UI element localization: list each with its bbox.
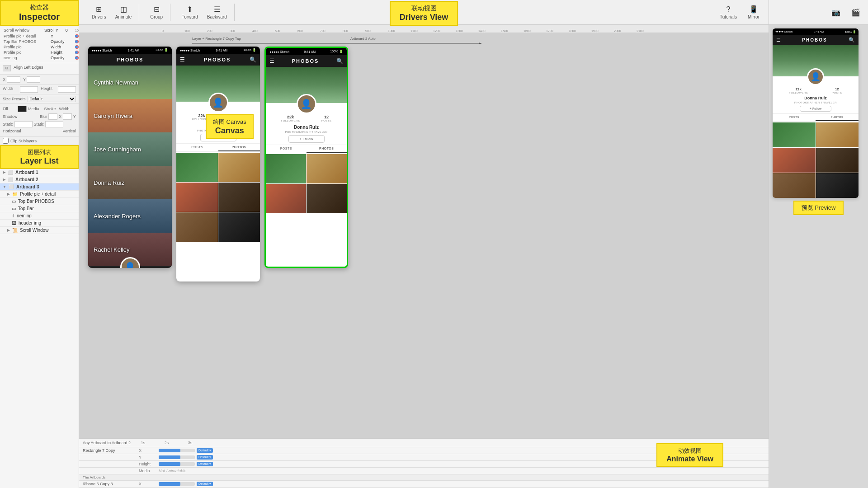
canvas-area[interactable]: 绘图 Canvas Canvas Layer + Rectangle 7 Cop… — [79, 33, 769, 438]
follow-btn-3[interactable]: + Follow — [288, 135, 325, 143]
tutorials-label: Tutorials — [720, 14, 737, 19]
tab-posts-3[interactable]: POSTS — [266, 145, 307, 153]
layer-artboard-2[interactable]: ▶ ⬜ Artboard 2 — [0, 176, 79, 183]
preview-photo-2 — [816, 122, 859, 147]
drivers-view-label: 联动视图 Drivers View — [390, 1, 458, 26]
backward-btn-label: Backward — [207, 14, 227, 19]
group-icon: ⊟ — [151, 5, 161, 14]
scroll-prop-name-5: Height — [51, 50, 73, 55]
neming-label: neming — [17, 213, 32, 218]
layer-artboard-1[interactable]: ▶ ⬜ Artboard 1 — [0, 169, 79, 176]
phone-1: ●●●●● Sketch 9:41 AM 100% 🔋 PHOBOS Cynth… — [88, 47, 172, 268]
scroll-prop-row-4: Profile pic Width — [4, 45, 75, 49]
photo-1-3 — [266, 154, 306, 183]
tutorials-icon: ? — [723, 5, 733, 14]
layer-icon-3: T — [12, 213, 14, 218]
artboard-icon-3: ⬜ — [9, 184, 14, 189]
photo-1-2 — [176, 153, 218, 182]
fill-swatch[interactable] — [18, 106, 27, 112]
triangle-icon-1: ▶ — [3, 170, 5, 174]
clip-sublayers-checkbox[interactable] — [3, 138, 9, 144]
preview-photo-1 — [773, 122, 816, 147]
drivers-view-en: Drivers View — [400, 13, 448, 22]
layer-top-bar[interactable]: ▭ Top Bar — [0, 205, 79, 212]
mirror-label: Mirror — [748, 14, 760, 19]
stats-3: 22k FOLLOWERS 12 POSTS — [266, 113, 347, 125]
static-y-input[interactable] — [45, 121, 63, 127]
blur-y-input[interactable] — [63, 113, 72, 120]
list-name-3: Jose Cunningham — [94, 146, 141, 153]
preview-panel: 📷 🎬 ●●●●● Sketch 9:41 AM 100% 🔋 ☰ PHOBOS — [769, 0, 868, 488]
group-btn[interactable]: ⊟ Group — [146, 4, 166, 21]
preview-camera-btn[interactable]: 📷 — [827, 6, 844, 18]
preview-profile: 👤 22k FOLLOWERS 12 POSTS Donna Ruiz — [773, 76, 859, 198]
group-icon-1: 📁 — [12, 192, 18, 197]
preview-photo-5 — [773, 173, 816, 198]
layer-profile-pic-detail[interactable]: ▶ 📁 Profile pic + detail — [0, 191, 79, 198]
blur-x-input[interactable] — [48, 113, 57, 120]
animate-btn[interactable]: ◫ Animate — [112, 4, 136, 21]
preview-title: PHOBOS — [802, 38, 827, 42]
drivers-btn[interactable]: ⊞ Drivers — [88, 4, 110, 21]
layer-icon-1: ▭ — [12, 199, 16, 204]
preview-phone-container: ●●●●● Sketch 9:41 AM 100% 🔋 ☰ PHOBOS 🔍 👤 — [773, 28, 864, 218]
layer-header-img[interactable]: 🖼 header img — [0, 220, 79, 227]
preview-tab-photos[interactable]: PHOTOS — [816, 114, 859, 121]
artboard-3-label: Artboard 3 — [16, 184, 39, 189]
top-toolbar: 联动视图 Drivers View ⊞ Drivers ◫ Animate ⊟ … — [79, 0, 769, 25]
artboard-2-frame: ●●●●● Sketch 9:41 AM 100% 🔋 ☰ PHOBOS 🔍 👤 — [176, 47, 260, 282]
phone-3-profile: 👤 22k FOLLOWERS 12 POSTS Donna Ruiz — [266, 103, 347, 213]
layer-scroll-window[interactable]: ▶ 📜 Scroll Window — [0, 227, 79, 234]
tab-photos-2[interactable]: PHOTOS — [218, 144, 260, 151]
list-item-5[interactable]: Alexander Rogers — [88, 199, 172, 233]
photo-4-2 — [218, 183, 260, 212]
canvas-label: 绘图 Canvas Canvas — [206, 114, 254, 139]
preview-follow-btn[interactable]: + Follow — [800, 106, 831, 112]
preview-video-btn[interactable]: 🎬 — [847, 6, 864, 18]
tab-photos-3[interactable]: PHOTOS — [307, 145, 347, 153]
list-item-1[interactable]: Cynthia Newman — [88, 66, 172, 99]
phone-1-list: Cynthia Newman Carolyn Rivera Jose Cunni… — [88, 66, 172, 266]
app: 检查器 Inspector Scroll Window Scroll Y 0 1… — [0, 0, 868, 488]
size-presets-select[interactable]: Default iPhone 6 — [28, 96, 76, 102]
static-x-input[interactable] — [14, 121, 33, 127]
triangle-sub-1: ▶ — [7, 192, 10, 196]
mirror-btn[interactable]: 📱 Mirror — [744, 4, 763, 21]
width-input[interactable] — [20, 86, 38, 93]
forward-btn-label: Forward — [181, 14, 198, 19]
layer-top-bar-phobos[interactable]: ▭ Top Bar PHOBOS — [0, 198, 79, 205]
align-left-btn[interactable]: ⊡ — [3, 65, 11, 71]
preview-tab-posts[interactable]: POSTS — [773, 114, 816, 121]
avatar-2: 👤 — [208, 93, 228, 113]
blur-label: Blur — [40, 114, 47, 119]
list-item-4[interactable]: Donna Ruiz — [88, 166, 172, 199]
preview-content: ●●●●● Sketch 9:41 AM 100% 🔋 ☰ PHOBOS 🔍 👤 — [769, 25, 868, 488]
preview-toolbar: 📷 🎬 — [769, 0, 868, 25]
list-item-2[interactable]: Carolyn Rivera — [88, 99, 172, 132]
artboard-1-label: Artboard 1 — [15, 170, 38, 175]
x-input[interactable] — [7, 76, 20, 83]
layer-neming[interactable]: T neming — [0, 212, 79, 220]
tabs-3: POSTS PHOTOS — [266, 145, 347, 153]
y-input[interactable] — [27, 76, 40, 83]
photo-3-3 — [266, 184, 306, 213]
scroll-prop-label-5: Profile pic — [4, 50, 49, 55]
scroll-prop-name-6: Opacity — [51, 56, 73, 60]
triangle-icon-3: ▼ — [3, 185, 6, 189]
tutorials-btn[interactable]: ? Tutorials — [716, 4, 741, 21]
tab-posts-2[interactable]: POSTS — [176, 144, 218, 151]
preview-avatar: 👤 — [807, 68, 824, 85]
scroll-prop-label-2: Profile pic + detail — [4, 34, 49, 38]
backward-btn[interactable]: ☰ Backward — [203, 4, 231, 21]
scroll-prop-row-1: Scroll Window Scroll Y 0 100 — [4, 28, 75, 33]
photo-grid-3 — [266, 154, 347, 213]
animate-row-4: Media Not Animatable — [79, 468, 769, 474]
size-presets-row: Size Presets Default iPhone 6 — [0, 94, 79, 104]
artboard-3-frame: ●●●●● Sketch 9:41 AM 100% 🔋 ☰ PHOBOS 🔍 👤 — [264, 47, 348, 268]
forward-btn[interactable]: ⬆ Forward — [178, 4, 202, 21]
height-input[interactable] — [58, 86, 76, 93]
animate-transition-text: Any Artboard to Artboard 2 — [83, 441, 131, 445]
video-icon: 🎬 — [851, 8, 861, 16]
list-item-3[interactable]: Jose Cunningham — [88, 132, 172, 166]
layer-artboard-3[interactable]: ▼ ⬜ Artboard 3 — [0, 183, 79, 191]
